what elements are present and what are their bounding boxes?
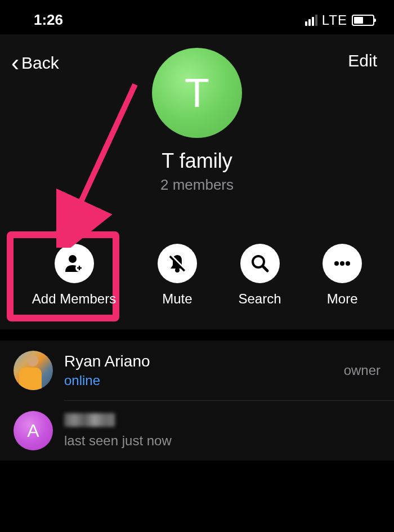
bell-slash-icon — [158, 244, 197, 283]
member-name: Ryan Ariano — [64, 352, 333, 370]
actions-row: Add Members Mute Search — [0, 227, 394, 329]
group-avatar[interactable]: T — [152, 48, 242, 138]
action-label: More — [327, 291, 358, 307]
action-label: Add Members — [32, 291, 116, 307]
add-person-icon — [55, 244, 94, 283]
group-name: T family — [162, 149, 232, 173]
member-info: Ryan Ariano online — [64, 352, 333, 388]
member-name-hidden — [64, 413, 380, 431]
member-avatar-letter: A — [14, 411, 53, 450]
search-button[interactable]: Search — [238, 244, 281, 307]
mute-button[interactable]: Mute — [158, 244, 197, 307]
more-button[interactable]: More — [323, 244, 362, 307]
chevron-left-icon: ‹ — [11, 51, 19, 75]
battery-icon — [352, 15, 374, 26]
svg-point-12 — [340, 261, 344, 266]
back-button[interactable]: ‹ Back — [11, 51, 59, 75]
action-label: Mute — [162, 291, 192, 307]
status-right: LTE — [305, 12, 374, 28]
member-status: last seen just now — [64, 433, 380, 449]
action-label: Search — [238, 291, 281, 307]
member-row[interactable]: Ryan Ariano online owner — [0, 341, 394, 400]
svg-point-11 — [334, 261, 339, 266]
dots-icon — [323, 244, 362, 283]
member-avatar-photo — [14, 351, 53, 390]
status-bar: 1:26 LTE — [0, 0, 394, 34]
add-members-button[interactable]: Add Members — [32, 244, 116, 307]
svg-point-13 — [346, 261, 350, 266]
svg-line-10 — [263, 266, 267, 271]
network-type: LTE — [322, 12, 347, 28]
member-info: last seen just now — [64, 413, 380, 449]
member-list: Ryan Ariano online owner A last seen jus… — [0, 341, 394, 461]
back-label: Back — [21, 53, 59, 73]
svg-point-2 — [69, 255, 77, 263]
profile-header: T T family 2 members — [152, 48, 242, 194]
member-role: owner — [344, 363, 380, 378]
magnify-icon — [240, 244, 280, 283]
edit-button[interactable]: Edit — [348, 51, 377, 70]
svg-point-6 — [175, 268, 180, 272]
member-row[interactable]: A last seen just now — [0, 401, 394, 461]
signal-icon — [305, 15, 317, 26]
members-count: 2 members — [160, 176, 234, 194]
status-time: 1:26 — [34, 11, 63, 29]
member-status: online — [64, 373, 333, 388]
